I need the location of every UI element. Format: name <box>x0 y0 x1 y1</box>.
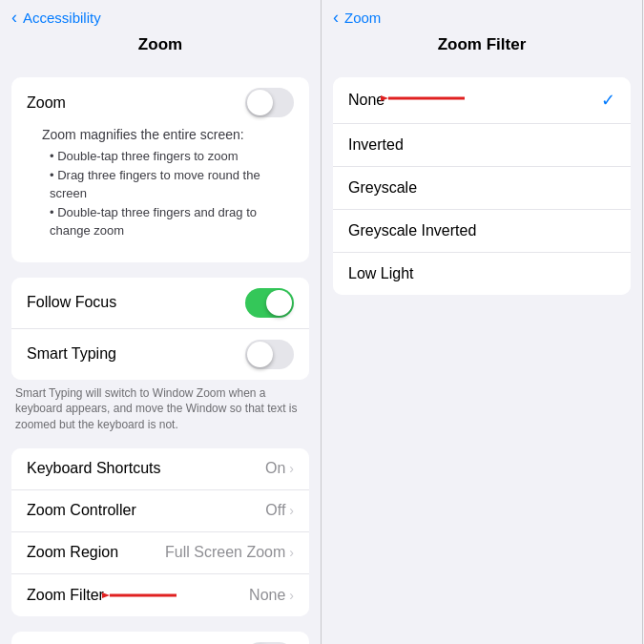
page-title-left: Zoom <box>0 31 321 62</box>
back-label[interactable]: Accessibility <box>23 10 101 26</box>
chevron-icon-4: › <box>289 588 294 603</box>
zoom-desc-title: Zoom magnifies the entire screen: <box>42 125 279 145</box>
back-arrow-icon: ‹ <box>11 8 17 28</box>
zoom-region-label: Zoom Region <box>27 544 118 561</box>
focus-typing-section: Follow Focus Smart Typing <box>11 278 309 380</box>
zoom-row: Zoom Zoom magnifies the entire screen: •… <box>11 77 309 262</box>
none-arrow <box>381 85 467 112</box>
filter-low-light-label: Low Light <box>348 265 414 282</box>
zoom-filter-right: None › <box>249 587 294 604</box>
zoom-controller-row[interactable]: Zoom Controller Off › <box>11 490 309 532</box>
zoom-filter-arrow <box>102 582 178 609</box>
none-checkmark: ✓ <box>601 90 615 111</box>
right-back-arrow-icon: ‹ <box>333 8 339 28</box>
chevron-icon-2: › <box>289 503 294 518</box>
filter-options-section: None ✓ Inverted Greyscale <box>333 77 631 295</box>
left-content: Zoom Zoom magnifies the entire screen: •… <box>0 62 321 644</box>
zoom-region-right: Full Screen Zoom › <box>165 544 294 561</box>
right-content: None ✓ Inverted Greyscale <box>322 62 642 644</box>
zoom-controller-label: Zoom Controller <box>27 502 136 519</box>
zoom-filter-value: None <box>249 587 285 604</box>
smart-typing-label: Smart Typing <box>27 345 116 363</box>
zoom-filter-label: Zoom Filter <box>27 587 104 604</box>
zoom-description: Zoom magnifies the entire screen: • Doub… <box>27 125 294 252</box>
right-panel: ‹ Zoom Zoom Filter None ✓ I <box>322 0 643 644</box>
smart-typing-toggle[interactable] <box>245 340 294 369</box>
zoom-controller-right: Off › <box>265 502 294 519</box>
zoom-region-value: Full Screen Zoom <box>165 544 285 561</box>
mirroring-section: Show while Mirroring <box>11 632 309 644</box>
zoom-desc-item-2: • Drag three fingers to move round the s… <box>42 166 279 203</box>
right-nav-bar: ‹ Zoom <box>322 0 642 31</box>
chevron-icon: › <box>289 461 294 476</box>
filter-none-option[interactable]: None ✓ <box>333 77 631 124</box>
zoom-toggle-section: Zoom Zoom magnifies the entire screen: •… <box>11 77 309 262</box>
smart-typing-note: Smart Typing will switch to Window Zoom … <box>15 385 305 433</box>
follow-focus-row: Follow Focus <box>11 278 309 329</box>
settings-section: Keyboard Shortcuts On › Zoom Controller … <box>11 448 309 616</box>
keyboard-shortcuts-row[interactable]: Keyboard Shortcuts On › <box>11 448 309 490</box>
filter-greyscale-inverted-option[interactable]: Greyscale Inverted <box>333 210 631 253</box>
smart-typing-row: Smart Typing <box>11 329 309 380</box>
zoom-label: Zoom <box>27 94 66 112</box>
filter-inverted-label: Inverted <box>348 136 404 154</box>
right-back-label[interactable]: Zoom <box>344 10 381 26</box>
filter-low-light-option[interactable]: Low Light <box>333 253 631 295</box>
keyboard-shortcuts-label: Keyboard Shortcuts <box>27 460 161 477</box>
chevron-icon-3: › <box>289 545 294 560</box>
filter-inverted-option[interactable]: Inverted <box>333 124 631 167</box>
zoom-region-row[interactable]: Zoom Region Full Screen Zoom › <box>11 532 309 574</box>
zoom-filter-row[interactable]: Zoom Filter None › <box>11 574 309 616</box>
filter-greyscale-inverted-label: Greyscale Inverted <box>348 222 476 239</box>
follow-focus-label: Follow Focus <box>27 294 116 311</box>
follow-focus-toggle[interactable] <box>245 288 294 318</box>
zoom-toggle[interactable] <box>245 88 294 117</box>
zoom-desc-item-1: • Double-tap three fingers to zoom <box>42 147 279 166</box>
left-nav-bar: ‹ Accessibility <box>0 0 321 31</box>
filter-greyscale-option[interactable]: Greyscale <box>333 167 631 210</box>
page-title-right: Zoom Filter <box>322 31 642 62</box>
mirroring-row: Show while Mirroring <box>11 632 309 644</box>
zoom-controller-value: Off <box>265 502 285 519</box>
zoom-desc-item-3: • Double-tap three fingers and drag to c… <box>42 203 279 240</box>
left-panel: ‹ Accessibility Zoom Zoom Zoom magnifies… <box>0 0 322 644</box>
keyboard-shortcuts-value: On <box>265 460 285 477</box>
filter-greyscale-label: Greyscale <box>348 179 417 197</box>
keyboard-shortcuts-right: On › <box>265 460 294 477</box>
filter-none-label: None <box>348 92 384 109</box>
